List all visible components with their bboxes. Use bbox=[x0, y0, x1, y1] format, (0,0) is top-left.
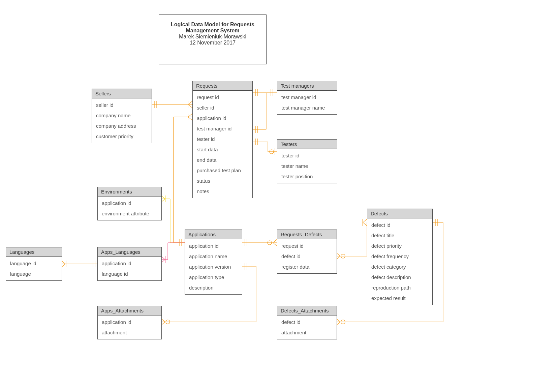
svg-line-29 bbox=[188, 114, 192, 117]
svg-point-65 bbox=[341, 254, 345, 258]
svg-line-53 bbox=[273, 239, 277, 243]
entity-defects-attachments: Defects_Attachments defect id attachment bbox=[277, 306, 337, 339]
attr: language bbox=[6, 269, 62, 279]
svg-point-60 bbox=[166, 320, 170, 324]
entity-header: Apps_Attachments bbox=[98, 306, 161, 315]
entity-requests: Requests request id seller id applicatio… bbox=[192, 81, 253, 198]
entity-applications: Applications application id application … bbox=[185, 230, 242, 295]
entity-defects: Defects defect id defect title defect pr… bbox=[367, 209, 433, 305]
entity-header: Environments bbox=[98, 187, 161, 197]
attr: defect id bbox=[277, 317, 337, 327]
attr: notes bbox=[193, 186, 252, 197]
attr: tester name bbox=[277, 161, 337, 171]
entity-apps-attachments: Apps_Attachments application id attachme… bbox=[97, 306, 162, 339]
attr: attachment bbox=[98, 327, 161, 338]
attr: end data bbox=[193, 155, 252, 165]
attr: company address bbox=[92, 121, 152, 131]
entity-header: Apps_Languages bbox=[98, 247, 161, 257]
attr: application id bbox=[98, 258, 161, 269]
entity-test-managers: Test managers test manager id test manag… bbox=[277, 81, 337, 115]
entity-sellers: Sellers seller id company name company a… bbox=[92, 89, 152, 143]
entity-testers: Testers tester id tester name tester pos… bbox=[277, 139, 337, 183]
attr: application id bbox=[185, 241, 242, 251]
entity-header: Defects bbox=[367, 209, 432, 218]
attr: company name bbox=[92, 110, 152, 121]
attr: status bbox=[193, 176, 252, 186]
attr: customer priority bbox=[92, 131, 152, 142]
diagram-canvas: Logical Data Model for Requests Manageme… bbox=[0, 0, 558, 392]
attr: defect title bbox=[367, 230, 432, 241]
attr: defect category bbox=[367, 262, 432, 272]
attr: request id bbox=[193, 92, 252, 102]
svg-line-71 bbox=[363, 222, 367, 226]
attr: test manager name bbox=[277, 102, 337, 113]
title-box: Logical Data Model for Requests Manageme… bbox=[159, 14, 267, 64]
attr: reproduction path bbox=[367, 282, 432, 293]
attr: defect id bbox=[277, 251, 337, 262]
svg-line-4 bbox=[188, 101, 192, 104]
attr: application id bbox=[98, 198, 161, 208]
svg-line-54 bbox=[273, 243, 277, 246]
attr: application type bbox=[185, 272, 242, 282]
entity-header: Sellers bbox=[92, 89, 152, 98]
attr: request id bbox=[277, 241, 337, 251]
svg-line-5 bbox=[188, 104, 192, 108]
entity-header: Languages bbox=[6, 247, 62, 257]
attr: register data bbox=[277, 262, 337, 272]
entity-header: Testers bbox=[277, 140, 337, 149]
attr: attachment bbox=[277, 327, 337, 338]
attr: language id bbox=[6, 258, 62, 269]
attr: defect frequency bbox=[367, 251, 432, 262]
entity-header: Test managers bbox=[277, 81, 337, 91]
attr: seller id bbox=[92, 100, 152, 110]
attr: purchased test plan bbox=[193, 165, 252, 176]
entity-header: Requests_Defects bbox=[277, 230, 337, 239]
title-line2: Management System bbox=[169, 28, 256, 34]
attr: test manager id bbox=[193, 123, 252, 134]
attr: application id bbox=[193, 113, 252, 123]
attr: description bbox=[185, 282, 242, 293]
title-author: Marek Siemieniuk-Morawski bbox=[169, 34, 256, 40]
attr: seller id bbox=[193, 102, 252, 113]
entity-environments: Environments application id environment … bbox=[97, 187, 162, 220]
title-line1: Logical Data Model for Requests bbox=[169, 22, 256, 28]
entity-header: Applications bbox=[185, 230, 242, 239]
entity-languages: Languages language id language bbox=[6, 247, 62, 281]
title-date: 12 November 2017 bbox=[169, 40, 256, 46]
svg-line-70 bbox=[363, 219, 367, 222]
entity-requests-defects: Requests_Defects request id defect id re… bbox=[277, 230, 337, 274]
svg-point-21 bbox=[270, 150, 274, 154]
entity-apps-languages: Apps_Languages application id language i… bbox=[97, 247, 162, 281]
attr: defect id bbox=[367, 220, 432, 230]
attr: tester id bbox=[193, 134, 252, 144]
attr: language id bbox=[98, 269, 161, 279]
entity-header: Requests bbox=[193, 81, 252, 91]
attr: application version bbox=[185, 262, 242, 272]
attr: defect description bbox=[367, 272, 432, 282]
svg-point-78 bbox=[341, 320, 345, 324]
attr: tester id bbox=[277, 150, 337, 161]
attr: application id bbox=[98, 317, 161, 327]
entity-header: Defects_Attachments bbox=[277, 306, 337, 315]
svg-point-52 bbox=[268, 241, 272, 245]
svg-line-30 bbox=[188, 117, 192, 120]
attr: expected result bbox=[367, 293, 432, 303]
attr: test manager id bbox=[277, 92, 337, 102]
attr: start data bbox=[193, 144, 252, 155]
attr: application name bbox=[185, 251, 242, 262]
attr: environment attribute bbox=[98, 208, 161, 219]
attr: tester position bbox=[277, 171, 337, 182]
attr: defect priority bbox=[367, 241, 432, 251]
